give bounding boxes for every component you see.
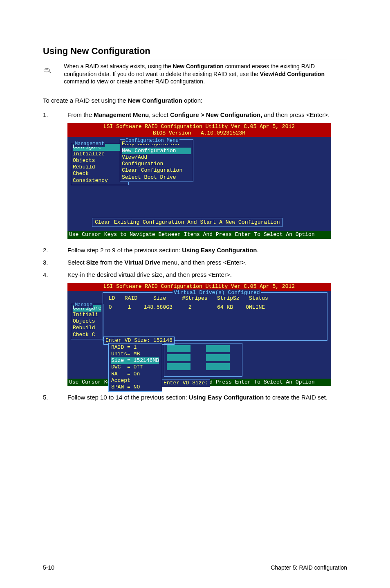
note-text: When a RAID set already exists, using th… — [64, 63, 347, 86]
menu-item-rebuild[interactable]: Rebuild — [73, 325, 101, 331]
bold: Size — [86, 259, 99, 266]
virtual-drive-row: 0 1 148.580GB 2 64 KB ONLINE — [103, 302, 327, 311]
drive-block — [206, 363, 230, 370]
txt: . — [257, 247, 259, 254]
page-footer: 5-10 Chapter 5: RAID configuration — [43, 564, 347, 572]
cfg-item-select-boot[interactable]: Select Boot Drive — [122, 174, 191, 181]
param-raid: RAID = 1 — [111, 344, 159, 351]
drive-block — [167, 354, 191, 361]
bios-header-line: LSI Software RAID Configuration Utility … — [103, 283, 295, 290]
step-text: Follow step 2 to 9 of the previous secti… — [67, 246, 347, 254]
txt: and then press <Enter>. — [262, 111, 329, 118]
drive-block — [167, 363, 191, 370]
param-ra[interactable]: RA = On — [111, 371, 159, 377]
bold: Using Easy Configuration — [189, 394, 264, 401]
drive-block — [206, 345, 230, 352]
bold: Management Menu — [94, 111, 149, 118]
virtual-drives-title: Virtual Drive(s) Configured — [173, 290, 261, 296]
status-bar: Clear Existing Configuration And Start A… — [92, 218, 282, 227]
cfg-item-new[interactable]: New Configuration — [122, 148, 191, 154]
param-dwc[interactable]: DWC = Off — [111, 364, 159, 370]
step-2: 2. Follow step 2 to 9 of the previous se… — [43, 246, 347, 254]
step-number: 1. — [43, 111, 67, 119]
bios-header-line: LSI Software RAID Configuration Utility … — [103, 123, 295, 130]
txt: from the — [99, 259, 124, 266]
menu-item-initialize[interactable]: Initialize — [73, 151, 127, 157]
note-icon — [43, 63, 52, 78]
step-3: 3. Select Size from the Virtual Drive me… — [43, 258, 347, 267]
management-menu-title: Management — [74, 141, 105, 147]
page-number: 5-10 — [43, 564, 54, 572]
step-text: Follow step 10 to 14 of the previous sec… — [67, 393, 347, 402]
param-accept[interactable]: Accept — [111, 377, 159, 384]
cfg-item-view-add[interactable]: View/Add Configuration — [122, 154, 191, 168]
intro-bold: New Configuration — [128, 97, 182, 104]
step-number: 3. — [43, 258, 67, 267]
txt: Follow step 10 to 14 of the previous sec… — [67, 394, 189, 401]
bold: Configure > New Configuration, — [170, 111, 262, 118]
bios-screenshot-2: LSI Software RAID Configuration Utility … — [67, 283, 331, 386]
intro-part: option: — [182, 97, 202, 104]
step-1: 1. From the Management Menu, select Conf… — [43, 111, 347, 119]
step-number: 2. — [43, 246, 67, 254]
param-span[interactable]: SPAN = NO — [111, 384, 159, 391]
step-5: 5. Follow step 10 to 14 of the previous … — [43, 393, 347, 402]
menu-item-check-consistency[interactable]: Check Consistency — [73, 171, 127, 184]
enter-vd-size-prompt: Enter VD Size: — [161, 379, 210, 387]
menu-item-objects[interactable]: Objects — [73, 318, 101, 325]
txt: From the — [67, 111, 94, 118]
bios-body: Management Configure Initialize Objects … — [67, 137, 331, 231]
section-title: Using New Configuration — [43, 45, 347, 57]
txt: Follow step 2 to 9 of the previous secti… — [67, 247, 182, 254]
step-number: 4. — [43, 271, 67, 279]
bios-header-line: BIOS Version A.10.09231523R — [153, 130, 245, 136]
bold: Virtual Drive — [124, 259, 160, 266]
intro-paragraph: To create a RAID set using the New Confi… — [43, 97, 347, 105]
param-units: Units= MB — [111, 351, 159, 357]
management-menu-title: Manage — [74, 302, 93, 308]
vd-params-box: RAID = 1 Units= MB Size = 152146MB DWC =… — [108, 343, 162, 392]
menu-item-check[interactable]: Check C — [73, 332, 101, 338]
drive-blocks-frame — [164, 343, 242, 377]
note-part: command to view or create another RAID c… — [64, 78, 205, 85]
bios-screenshot-1: LSI Software RAID Configuration Utility … — [67, 123, 331, 239]
txt: to create the RAID set. — [264, 394, 327, 401]
menu-item-rebuild[interactable]: Rebuild — [73, 164, 127, 171]
txt: menu, and then press <Enter>. — [160, 259, 247, 266]
note-bold-view-add: View/Add Configuration — [260, 71, 325, 77]
txt: Select — [67, 259, 86, 266]
chapter-label: Chapter 5: RAID configuration — [271, 564, 347, 572]
bios-header: LSI Software RAID Configuration Utility … — [67, 123, 331, 137]
steps-list-2: 2. Follow step 2 to 9 of the previous se… — [43, 246, 347, 279]
menu-item-initialize[interactable]: Initiali — [73, 312, 101, 318]
cfg-item-clear[interactable]: Clear Configuration — [122, 167, 191, 174]
virtual-drives-panel: Virtual Drive(s) Configured LD RAID Size… — [103, 292, 327, 341]
bold: Using Easy Configuration — [182, 247, 257, 254]
step-text: Key-in the desired virtual drive size, a… — [67, 271, 347, 279]
bios-footer: Use Cursor Keys to Navigate Between Item… — [67, 231, 331, 238]
step-number: 5. — [43, 393, 67, 402]
menu-item-objects[interactable]: Objects — [73, 157, 127, 164]
configuration-menu: Easy Configuration New Configuration Vie… — [120, 139, 193, 182]
note-part: When a RAID set already exists, using th… — [64, 63, 173, 70]
management-menu: Configure Initiali Objects Rebuild Check… — [71, 304, 103, 339]
txt: , select — [149, 111, 170, 118]
step-4: 4. Key-in the desired virtual drive size… — [43, 271, 347, 279]
intro-part: To create a RAID set using the — [43, 97, 128, 104]
drive-block — [167, 345, 191, 352]
steps-list-3: 5. Follow step 10 to 14 of the previous … — [43, 393, 347, 402]
drive-block — [206, 354, 230, 361]
step-text: From the Management Menu, select Configu… — [67, 111, 347, 119]
step-text: Select Size from the Virtual Drive menu,… — [67, 258, 347, 267]
configuration-menu-title: Configuration Menu — [125, 138, 179, 144]
param-size-selected[interactable]: Size = 152146MB — [111, 357, 159, 364]
note-bold-new-config: New Configuration — [173, 63, 223, 70]
steps-list: 1. From the Management Menu, select Conf… — [43, 111, 347, 119]
note-block: When a RAID set already exists, using th… — [43, 60, 347, 90]
bios-body: Manage Configure Initiali Objects Rebuil… — [67, 291, 331, 379]
